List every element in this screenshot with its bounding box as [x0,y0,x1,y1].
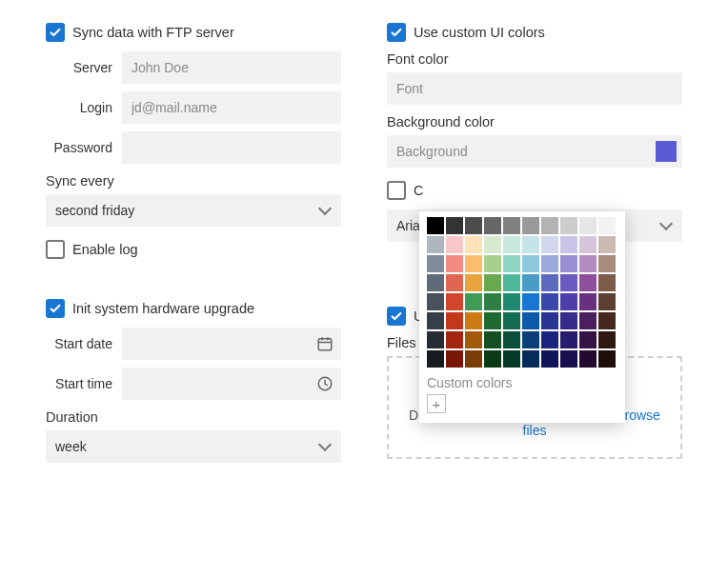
color-swatch[interactable] [427,255,444,272]
color-swatch[interactable] [503,293,520,310]
color-swatch[interactable] [541,255,558,272]
color-swatch[interactable] [503,274,520,291]
color-swatch[interactable] [465,274,482,291]
color-swatch[interactable] [484,217,501,234]
init-hardware-checkbox-row[interactable]: Init system hardware upgrade [46,299,341,318]
color-swatch[interactable] [503,255,520,272]
color-swatch[interactable] [560,350,577,368]
enable-log-checkbox-row[interactable]: Enable log [46,240,341,259]
color-swatch[interactable] [427,217,444,234]
color-swatch[interactable] [465,293,482,310]
color-swatch[interactable] [541,350,558,368]
color-swatch[interactable] [465,331,482,348]
color-swatch[interactable] [503,236,520,253]
checkbox-checked-icon[interactable] [46,299,65,318]
color-swatch[interactable] [560,217,577,234]
color-swatch[interactable] [522,255,539,272]
color-swatch[interactable] [465,350,482,368]
color-swatch[interactable] [465,236,482,253]
color-swatch[interactable] [484,236,501,253]
color-swatch[interactable] [598,255,616,272]
start-date-input[interactable] [122,328,341,360]
color-swatch[interactable] [446,217,463,234]
color-swatch[interactable] [427,274,444,291]
color-swatch[interactable] [541,293,558,310]
checkbox-checked-icon[interactable] [46,23,65,42]
sync-ftp-checkbox-row[interactable]: Sync data with FTP server [46,23,341,42]
color-swatch[interactable] [446,255,463,272]
sync-every-select[interactable]: second friday [46,194,341,227]
color-swatch[interactable] [598,312,616,329]
color-swatch[interactable] [579,293,597,310]
color-swatch[interactable] [598,217,616,234]
color-swatch[interactable] [579,350,597,368]
server-input[interactable] [122,51,341,84]
color-swatch[interactable] [446,331,463,348]
checkbox-checked-icon[interactable] [387,307,406,326]
color-swatch[interactable] [598,331,616,348]
color-swatch[interactable] [446,274,463,291]
color-swatch[interactable] [579,331,597,348]
color-swatch[interactable] [522,293,539,310]
color-swatch[interactable] [579,217,597,234]
color-swatch[interactable] [579,236,597,253]
color-swatch[interactable] [484,350,501,368]
color-swatch[interactable] [579,255,597,272]
login-input[interactable] [122,91,341,124]
color-swatch[interactable] [541,217,558,234]
color-swatch[interactable] [484,331,501,348]
color-swatch[interactable] [560,312,577,329]
add-custom-color-button[interactable]: + [427,394,446,413]
color-swatch[interactable] [522,274,539,291]
color-swatch[interactable] [484,255,501,272]
color-swatch[interactable] [446,350,463,368]
calendar-icon[interactable] [316,335,334,352]
color-swatch[interactable] [579,274,597,291]
color-swatch[interactable] [560,236,577,253]
color-swatch[interactable] [465,217,482,234]
password-input[interactable] [122,131,341,164]
checkbox-unchecked-icon[interactable] [387,181,406,200]
clock-icon[interactable] [316,375,334,392]
color-swatch[interactable] [598,236,616,253]
color-swatch[interactable] [465,255,482,272]
color-swatch[interactable] [503,350,520,368]
color-swatch[interactable] [503,312,520,329]
color-swatch[interactable] [522,331,539,348]
color-swatch[interactable] [503,331,520,348]
color-swatch[interactable] [598,350,616,368]
start-time-input[interactable] [122,368,341,400]
color-swatch[interactable] [427,331,444,348]
color-swatch[interactable] [541,236,558,253]
color-swatch[interactable] [484,274,501,291]
color-swatch[interactable] [446,236,463,253]
color-swatch-icon[interactable] [656,141,677,162]
color-swatch[interactable] [579,312,597,329]
color-swatch[interactable] [427,293,444,310]
color-swatch[interactable] [484,312,501,329]
custom-colors-checkbox-row[interactable]: Use custom UI colors [387,23,682,42]
color-swatch[interactable] [503,217,520,234]
color-swatch[interactable] [427,236,444,253]
color-swatch[interactable] [598,293,616,310]
color-swatch[interactable] [560,255,577,272]
color-swatch[interactable] [427,350,444,368]
custom-font-checkbox-row[interactable]: C [387,181,425,200]
checkbox-unchecked-icon[interactable] [46,240,65,259]
color-swatch[interactable] [541,331,558,348]
color-swatch[interactable] [560,331,577,348]
color-swatch[interactable] [465,312,482,329]
color-swatch[interactable] [541,312,558,329]
color-swatch[interactable] [446,293,463,310]
color-swatch[interactable] [522,312,539,329]
font-color-input[interactable] [387,72,682,105]
background-color-input[interactable] [387,135,682,168]
checkbox-checked-icon[interactable] [387,23,406,42]
color-swatch[interactable] [522,217,539,234]
color-swatch[interactable] [541,274,558,291]
color-swatch[interactable] [560,274,577,291]
color-swatch[interactable] [484,293,501,310]
color-swatch[interactable] [427,312,444,329]
color-swatch[interactable] [598,274,616,291]
color-swatch[interactable] [560,293,577,310]
